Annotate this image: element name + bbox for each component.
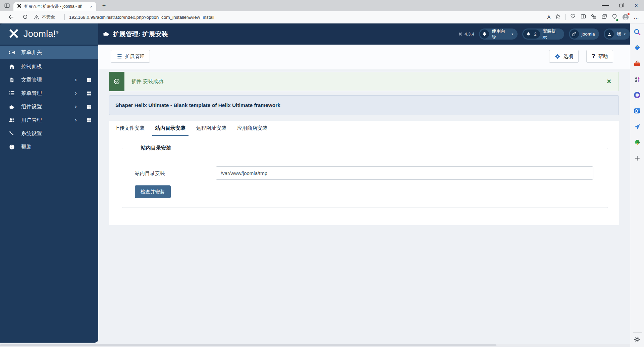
preview-site-button[interactable]: joomla — [569, 28, 599, 40]
puzzle-icon — [8, 104, 15, 110]
grid-icon[interactable] — [87, 118, 92, 123]
edge-sidebar — [630, 23, 644, 347]
window-restore-button[interactable] — [613, 0, 629, 11]
joomla-logo-icon — [8, 28, 19, 41]
tab-upload-package[interactable]: 上传文件安装 — [114, 121, 145, 136]
sidebar-item-help[interactable]: 帮助 — [0, 140, 98, 154]
extensions-shield-icon[interactable] — [611, 13, 618, 21]
sidebar-item-system[interactable]: 系统设置 — [0, 127, 98, 140]
address-url[interactable]: 192.168.0.99/administrator/index.php?opt… — [69, 11, 214, 23]
read-aloud-icon[interactable]: A — [547, 14, 550, 20]
sidebar-search-icon[interactable] — [630, 24, 644, 40]
chevron-down-icon: ▾ — [512, 32, 513, 36]
options-button[interactable]: 选项 — [549, 50, 579, 63]
notification-count-badge: 2 — [534, 32, 536, 37]
sidebar-tree-icon[interactable] — [630, 134, 644, 150]
sidebar-add-icon[interactable] — [630, 150, 644, 166]
site-security-chip[interactable]: 不安全 — [34, 11, 55, 23]
scrollbar-thumb[interactable] — [0, 344, 496, 346]
profile-avatar[interactable] — [622, 13, 629, 21]
refresh-button-icon[interactable] — [20, 11, 30, 23]
joomla-admin-page: Joomla!® 扩展管理: 扩展安装 4.3.4 使用向导 ▾ — [0, 23, 630, 347]
collections-icon[interactable] — [601, 13, 607, 21]
new-tab-button[interactable]: + — [100, 1, 108, 10]
warning-triangle-icon — [34, 14, 40, 20]
post-install-messages-button[interactable]: 2 安装提示 — [522, 28, 564, 40]
question-mark-icon: ? — [592, 53, 595, 60]
back-button-icon[interactable] — [6, 11, 16, 23]
alert-message: 插件 安装成功. — [131, 72, 164, 91]
avatar-notification-dot — [627, 13, 630, 15]
split-screen-icon[interactable] — [580, 13, 586, 21]
document-icon — [8, 77, 15, 83]
home-icon — [8, 63, 15, 70]
tab-install-from-folder[interactable]: 站内目录安装 — [155, 121, 185, 136]
browser-essentials-icon[interactable] — [570, 13, 576, 21]
tab-close-icon[interactable]: × — [89, 4, 94, 9]
sidebar-item-components[interactable]: 组件设置 › — [0, 100, 98, 113]
help-button[interactable]: ? 帮助 — [586, 50, 613, 63]
sidebar-item-menus[interactable]: 菜单管理 › — [0, 86, 98, 100]
sidebar-games-icon[interactable] — [630, 71, 644, 87]
favorites-bar-icon[interactable] — [591, 13, 597, 21]
guided-tour-button[interactable]: 使用向导 ▾ — [479, 28, 518, 40]
chevron-right-icon[interactable]: › — [75, 76, 77, 83]
directory-input[interactable] — [216, 166, 593, 180]
edge-sidebar-bottom — [630, 332, 644, 347]
grid-icon[interactable] — [87, 91, 92, 96]
list-icon — [116, 53, 122, 59]
window-close-button[interactable]: × — [629, 0, 644, 11]
sidebar-item-dashboard[interactable]: 控制面板 — [0, 60, 98, 73]
joomla-header: Joomla!® 扩展管理: 扩展安装 4.3.4 使用向导 ▾ — [0, 23, 630, 45]
browser-toolbar: 不安全 192.168.0.99/administrator/index.php… — [0, 11, 644, 23]
joomla-sidebar: 菜单开关 控制面板 文章管理 › — [0, 45, 98, 343]
users-icon — [8, 117, 15, 123]
check-circle-icon — [113, 78, 120, 85]
info-icon — [8, 144, 15, 150]
joomla-logo-text: Joomla!® — [23, 29, 58, 39]
chevron-right-icon[interactable]: › — [75, 90, 77, 97]
user-icon — [605, 30, 614, 39]
signpost-icon — [480, 30, 489, 39]
sidebar-item-menu-toggle[interactable]: 菜单开关 — [0, 46, 98, 59]
tab-install-from-web[interactable]: 应用商店安装 — [237, 121, 267, 136]
grid-icon[interactable] — [87, 77, 92, 82]
horizontal-scrollbar[interactable] — [0, 344, 630, 347]
tab-install-from-url[interactable]: 远程网址安装 — [196, 121, 226, 136]
tab-actions-menu-icon[interactable] — [3, 2, 11, 9]
install-tabs: 上传文件安装 站内目录安装 远程网址安装 应用商店安装 — [109, 121, 619, 136]
security-label: 不安全 — [42, 14, 55, 20]
window-minimize-button[interactable] — [598, 0, 613, 11]
install-card: 上传文件安装 站内目录安装 远程网址安装 应用商店安装 站内目录安装 站内目录安… — [109, 121, 619, 225]
browser-tab[interactable]: 扩展管理: 扩展安装 - joomla - 后 × — [13, 2, 96, 11]
user-menu-button[interactable]: 我 ▾ — [604, 28, 630, 40]
sidebar-drop-icon[interactable] — [630, 119, 644, 134]
browser-menu-icon[interactable]: … — [634, 14, 639, 20]
sidebar-item-content[interactable]: 文章管理 › — [0, 73, 98, 86]
template-name-bar: Shaper Helix Ultimate - Blank template o… — [109, 95, 619, 115]
chevron-right-icon[interactable]: › — [75, 103, 77, 110]
screen: 扩展管理: 扩展安装 - joomla - 后 × + × 不安全 192.16… — [0, 0, 644, 347]
toolbar-right-icons: A … — [547, 11, 639, 23]
sidebar-item-users[interactable]: 用户管理 › — [0, 113, 98, 127]
joomla-brand[interactable]: Joomla!® — [0, 23, 98, 45]
toggle-icon — [8, 49, 15, 56]
window-controls: × — [598, 0, 644, 11]
sidebar-tools-icon[interactable] — [630, 56, 644, 71]
sidebar-shopping-icon[interactable] — [630, 40, 644, 56]
sidebar-microsoft-365-icon[interactable] — [630, 87, 644, 103]
bell-icon — [525, 31, 532, 38]
extensions-manager-button[interactable]: 扩展管理 — [111, 50, 150, 63]
chevron-down-icon: ▾ — [624, 32, 626, 36]
chevron-right-icon[interactable]: › — [75, 117, 77, 123]
sidebar-outlook-icon[interactable] — [630, 103, 644, 119]
check-and-install-button[interactable]: 检查并安装 — [135, 185, 171, 198]
success-alert: 插件 安装成功. × — [109, 72, 619, 91]
address-divider — [64, 14, 65, 20]
alert-close-icon[interactable]: × — [607, 72, 611, 91]
sidebar-settings-gear-icon[interactable] — [634, 336, 641, 344]
favorite-star-icon[interactable] — [555, 13, 561, 21]
tab-title: 扩展管理: 扩展安装 - joomla - 后 — [24, 4, 86, 9]
list-icon — [8, 90, 15, 96]
grid-icon[interactable] — [87, 104, 92, 109]
